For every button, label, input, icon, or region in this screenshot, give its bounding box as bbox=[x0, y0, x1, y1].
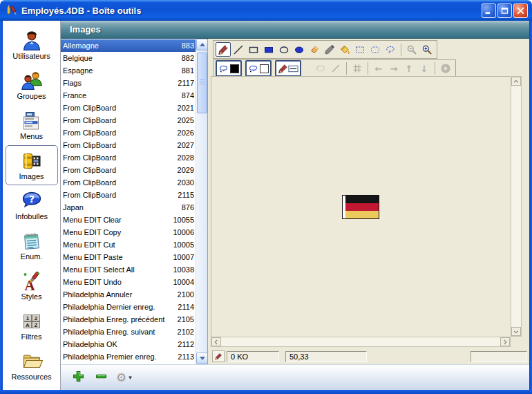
image-list-row[interactable]: Menu EDIT Undo10004 bbox=[61, 276, 196, 288]
scroll-left-button[interactable] bbox=[211, 337, 221, 346]
image-list-row[interactable]: Belgique882 bbox=[61, 52, 196, 64]
image-list-row[interactable]: Menu EDIT Select All10038 bbox=[61, 263, 196, 276]
background-color-button[interactable] bbox=[245, 60, 272, 77]
paint-bucket-tool-button[interactable] bbox=[337, 42, 352, 57]
eyedropper-tool-button[interactable] bbox=[322, 42, 337, 57]
marquee-tool-button[interactable] bbox=[352, 42, 368, 57]
image-canvas[interactable] bbox=[211, 76, 510, 337]
scroll-down-button[interactable] bbox=[511, 327, 521, 336]
rounded-marquee-tool-button[interactable] bbox=[368, 42, 383, 57]
filled-rectangle-tool-button[interactable] bbox=[261, 42, 276, 57]
scroll-right-button[interactable] bbox=[500, 337, 510, 346]
image-list-row[interactable]: From ClipBoard2030 bbox=[61, 176, 196, 189]
sidebar-item-groupes[interactable]: Groupes bbox=[6, 65, 58, 105]
image-name: Philadelphia Dernier enreg. bbox=[63, 303, 178, 311]
toolbar-separator bbox=[435, 62, 435, 75]
image-list-row[interactable]: Menu EDIT Clear10055 bbox=[61, 214, 196, 226]
image-list-row[interactable]: Philadelphia Premier enreg.2113 bbox=[61, 350, 196, 363]
image-list-row[interactable]: Philadelphia Annuler2100 bbox=[61, 288, 196, 301]
image-list-row[interactable]: From ClipBoard2021 bbox=[61, 102, 196, 114]
line-tool-button[interactable] bbox=[231, 42, 246, 57]
toolbar-separator bbox=[368, 62, 368, 75]
zoom-in-icon bbox=[421, 44, 433, 55]
line-width-button[interactable] bbox=[275, 60, 301, 77]
filled-rectangle-icon bbox=[263, 44, 274, 55]
image-list-row[interactable]: Allemagne883 bbox=[61, 39, 196, 52]
section-title: Images bbox=[70, 24, 101, 35]
film-roll-icon bbox=[21, 150, 43, 172]
image-list-row[interactable]: Menu EDIT Paste10007 bbox=[61, 251, 196, 263]
sidebar-item-enum[interactable]: Enum. bbox=[6, 225, 58, 265]
image-id: 882 bbox=[182, 54, 194, 62]
image-id: 2112 bbox=[178, 340, 194, 348]
image-list-row[interactable]: Menu EDIT Cut10005 bbox=[61, 238, 196, 251]
crosshair-button bbox=[350, 62, 365, 76]
lasso-tool-button[interactable] bbox=[383, 42, 398, 57]
canvas-horizontal-scrollbar[interactable] bbox=[211, 337, 511, 347]
section-header: Images bbox=[61, 21, 529, 39]
image-list-row[interactable]: From ClipBoard2115 bbox=[61, 189, 196, 201]
arrow-left-icon: ← bbox=[375, 64, 383, 73]
settings-menu-button[interactable]: ⚙ ▾ bbox=[116, 370, 132, 385]
scroll-up-button[interactable] bbox=[196, 39, 208, 50]
image-list-row[interactable]: Espagne881 bbox=[61, 64, 196, 77]
sidebar-item-label: Enum. bbox=[21, 252, 43, 261]
sidebar-item-ressources[interactable]: Ressources bbox=[6, 346, 58, 386]
list-scrollbar[interactable] bbox=[196, 39, 207, 364]
add-image-button[interactable] bbox=[70, 370, 86, 385]
image-list-row[interactable]: Philadelphia Dernier enreg.2114 bbox=[61, 301, 196, 313]
image-list-row[interactable]: Menu EDIT Copy10006 bbox=[61, 226, 196, 238]
image-list-row[interactable]: Flags2117 bbox=[61, 77, 196, 89]
image-list-row[interactable]: France874 bbox=[61, 89, 196, 102]
minimize-button[interactable] bbox=[482, 3, 496, 18]
image-name: Philadelphia Annuler bbox=[63, 290, 178, 299]
lasso-small-icon bbox=[315, 63, 326, 74]
image-id: 881 bbox=[182, 66, 194, 75]
image-editor-pane: ←→↑↓ 0 KO 50,33 bbox=[207, 39, 529, 364]
image-name: Philadelphia Premier enreg. bbox=[63, 353, 178, 361]
close-button[interactable] bbox=[513, 3, 528, 18]
sidebar-item-infobulles[interactable]: ?Infobulles bbox=[6, 185, 58, 225]
scroll-down-button[interactable] bbox=[196, 353, 208, 364]
pencil-tool-button[interactable] bbox=[216, 42, 231, 57]
image-id: 876 bbox=[182, 203, 194, 212]
sidebar-item-utilisateurs[interactable]: Utilisateurs bbox=[6, 25, 58, 65]
scrollbar-thumb[interactable] bbox=[197, 53, 207, 113]
image-list-row[interactable]: From ClipBoard2025 bbox=[61, 114, 196, 126]
sidebar-item-images[interactable]: Images bbox=[6, 145, 58, 185]
eraser-tool-button[interactable] bbox=[307, 42, 322, 57]
image-name: Philadelphia Enreg. précédent bbox=[63, 315, 178, 323]
canvas-vertical-scrollbar[interactable] bbox=[511, 76, 522, 337]
image-list-row[interactable]: From ClipBoard2028 bbox=[61, 151, 196, 164]
image-list-row[interactable]: From ClipBoard2029 bbox=[61, 164, 196, 176]
remove-image-button[interactable] bbox=[93, 370, 108, 385]
image-list-row[interactable]: Philadelphia Enreg. suivant2102 bbox=[61, 326, 196, 338]
image-list-row[interactable]: Philadelphia Enreg. précédent2105 bbox=[61, 313, 196, 326]
titlebar[interactable]: Employés.4DB - Boîte outils bbox=[0, 0, 532, 21]
image-list-row[interactable]: From ClipBoard2026 bbox=[61, 126, 196, 139]
image-name: Menu EDIT Copy bbox=[63, 228, 173, 236]
image-list-row[interactable]: Japan876 bbox=[61, 201, 196, 214]
filled-ellipse-tool-button[interactable] bbox=[292, 42, 307, 57]
lasso-small-button bbox=[313, 62, 328, 76]
foreground-color-button[interactable] bbox=[216, 60, 242, 77]
scroll-up-button[interactable] bbox=[511, 77, 521, 86]
image-list-row[interactable]: Philadelphia OK2112 bbox=[61, 338, 196, 350]
sidebar-item-filtres[interactable]: 12AZFiltres bbox=[6, 306, 58, 346]
options-toolbar: ←→↑↓ bbox=[213, 59, 456, 77]
chevron-down-icon: ▾ bbox=[129, 375, 132, 381]
sidebar-item-menus[interactable]: Menus bbox=[6, 105, 58, 145]
image-name: Japan bbox=[63, 203, 182, 212]
window-controls bbox=[482, 3, 528, 18]
app-window: Employés.4DB - Boîte outils Utilisateurs… bbox=[0, 0, 532, 394]
ellipse-tool-button[interactable] bbox=[276, 42, 292, 57]
zoom-in-tool-button[interactable] bbox=[419, 42, 435, 57]
toolbox-icon[interactable] bbox=[6, 4, 18, 17]
rectangle-tool-button[interactable] bbox=[246, 42, 261, 57]
svg-text:Z: Z bbox=[34, 322, 37, 328]
sidebar-item-label: Groupes bbox=[17, 92, 46, 100]
image-list-row[interactable]: From ClipBoard2027 bbox=[61, 139, 196, 151]
maximize-button[interactable] bbox=[497, 3, 512, 18]
pencil-icon bbox=[278, 64, 288, 74]
sidebar-item-styles[interactable]: AStyles bbox=[6, 265, 58, 306]
